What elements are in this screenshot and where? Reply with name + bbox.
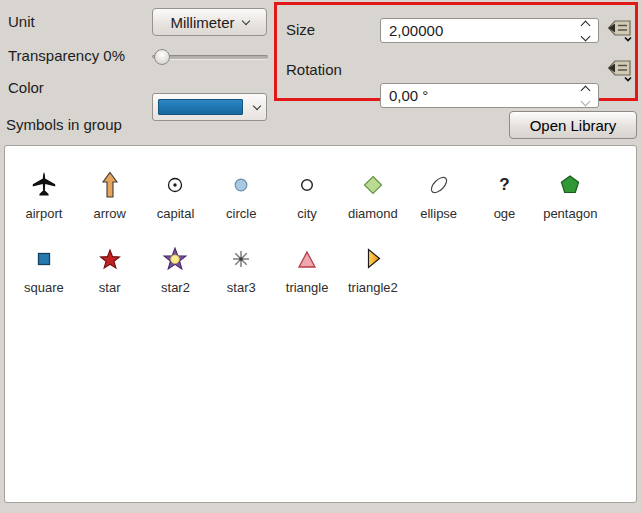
symbol-label: triangle (286, 280, 329, 295)
slider-handle[interactable] (154, 49, 170, 65)
green-diamond-icon (359, 171, 387, 199)
color-swatch (158, 99, 243, 115)
tilted-ellipse-icon (425, 171, 453, 199)
symbol-item-star[interactable]: star (77, 224, 143, 298)
chevron-down-icon (253, 102, 261, 110)
asterisk-star-icon (227, 245, 255, 273)
purple-star-icon (160, 245, 190, 273)
symbol-label: diamond (348, 206, 398, 221)
symbol-label: star (99, 280, 121, 295)
arrow-up-icon (96, 171, 124, 199)
symbol-item-star3[interactable]: star3 (208, 224, 274, 298)
color-label: Color (8, 79, 44, 96)
symbol-label: circle (226, 206, 256, 221)
symbols-group-label: Symbols in group (6, 116, 122, 133)
spin-up-icon[interactable] (581, 85, 591, 95)
unit-combobox[interactable]: Millimeter (152, 8, 267, 36)
open-library-button-label: Open Library (530, 117, 617, 134)
spinner-arrows[interactable] (582, 84, 589, 107)
symbol-label: ellipse (420, 206, 457, 221)
rotation-data-defined-button[interactable] (604, 58, 634, 84)
pink-triangle-icon (293, 245, 321, 273)
rotation-label: Rotation (286, 61, 342, 78)
spin-down-icon[interactable] (581, 31, 591, 41)
symbol-label: arrow (93, 206, 126, 221)
chevron-down-icon (241, 16, 249, 24)
symbol-item-arrow[interactable]: arrow (77, 150, 143, 224)
symbol-item-airport[interactable]: airport (11, 150, 77, 224)
blue-circle-icon (227, 171, 255, 199)
symbol-item-capital[interactable]: capital (143, 150, 209, 224)
size-spinbox[interactable]: 2,00000 (380, 18, 599, 43)
question-mark-icon: ? (499, 175, 509, 195)
blue-square-icon (30, 245, 58, 273)
size-value: 2,00000 (389, 22, 443, 39)
spin-up-icon[interactable] (581, 20, 591, 30)
symbol-item-pentagon[interactable]: pentagon (537, 150, 603, 224)
symbol-label: oge (494, 206, 516, 221)
spin-down-icon[interactable] (581, 96, 591, 106)
symbol-label: pentagon (543, 206, 597, 221)
green-pentagon-icon (556, 171, 584, 199)
symbol-item-diamond[interactable]: diamond (340, 150, 406, 224)
symbol-item-city[interactable]: city (274, 150, 340, 224)
transparency-slider[interactable] (152, 46, 268, 68)
symbol-item-triangle2[interactable]: triangle2 (340, 224, 406, 298)
symbol-label: square (24, 280, 64, 295)
symbol-item-square[interactable]: square (11, 224, 77, 298)
symbol-item-star2[interactable]: star2 (143, 224, 209, 298)
orange-triangle-icon (359, 245, 387, 273)
data-defined-override-icon (605, 19, 634, 43)
size-data-defined-button[interactable] (604, 18, 634, 44)
symbol-item-triangle[interactable]: triangle (274, 224, 340, 298)
transparency-label: Transparency 0% (8, 47, 125, 64)
data-defined-override-icon (605, 59, 634, 83)
symbol-grid: airport arrow capital circle ci (5, 146, 636, 298)
color-picker-button[interactable] (152, 93, 267, 121)
unit-combobox-value: Millimeter (170, 14, 234, 31)
symbol-label: triangle2 (348, 280, 398, 295)
symbol-label: star3 (227, 280, 256, 295)
open-library-button[interactable]: Open Library (509, 111, 637, 139)
symbol-label: city (297, 206, 317, 221)
size-label: Size (286, 21, 315, 38)
highlight-rectangle: Size 2,00000 Rotation 0,00 ° (274, 2, 638, 101)
symbol-label: capital (157, 206, 195, 221)
circled-dot-icon (161, 171, 189, 199)
airplane-icon (30, 171, 58, 199)
rotation-value: 0,00 ° (389, 87, 428, 104)
symbol-item-circle[interactable]: circle (208, 150, 274, 224)
open-circle-icon (293, 171, 321, 199)
rotation-spinbox[interactable]: 0,00 ° (380, 83, 599, 108)
symbol-list-panel[interactable]: airport arrow capital circle ci (4, 145, 637, 503)
unit-label: Unit (8, 13, 35, 30)
symbol-label: star2 (161, 280, 190, 295)
symbol-item-oge[interactable]: ? oge (472, 150, 538, 224)
spinner-arrows[interactable] (582, 19, 589, 42)
red-star-icon (96, 245, 124, 273)
symbol-item-ellipse[interactable]: ellipse (406, 150, 472, 224)
symbol-label: airport (25, 206, 62, 221)
